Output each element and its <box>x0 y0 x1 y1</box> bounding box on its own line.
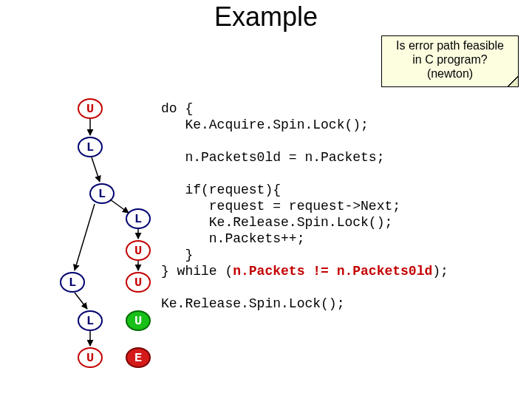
code-l7: request = request->Next; <box>161 199 400 214</box>
graph-node-l1: L <box>78 137 103 157</box>
graph-node-l2: L <box>89 183 115 204</box>
fold-corner-icon <box>508 76 518 86</box>
graph-node-u3: U <box>126 310 151 331</box>
note-line-2: in C program? <box>383 53 516 67</box>
svg-line-6 <box>75 293 87 309</box>
graph-node-u1: U <box>78 98 103 119</box>
graph-node-uw: U <box>126 272 151 293</box>
svg-line-2 <box>110 200 129 213</box>
code-l11c: ); <box>432 264 449 279</box>
note-line-3: (newton) <box>383 67 516 81</box>
code-l10: } <box>161 248 193 262</box>
code-l9: n.Packets++; <box>161 231 304 246</box>
code-l1: do { <box>161 101 193 116</box>
code-l8: Ke.Release.Spin.Lock(); <box>161 215 392 230</box>
code-l4: n.Packets0ld = n.Packets; <box>161 150 384 165</box>
graph-node-ufinal: U <box>78 347 103 368</box>
code-block: do { Ke.Acquire.Spin.Lock(); n.Packets0l… <box>161 100 449 312</box>
svg-line-3 <box>75 204 95 270</box>
graph-node-l3: L <box>78 310 103 331</box>
code-l11b: n.Packets != n.Packets0ld <box>233 264 432 279</box>
svg-line-1 <box>92 157 100 182</box>
graph-node-linner: L <box>126 208 151 229</box>
graph-node-e: E <box>126 347 151 368</box>
code-l2: Ke.Acquire.Spin.Lock(); <box>161 117 369 132</box>
code-l11a: } while ( <box>161 264 233 279</box>
code-l13: Ke.Release.Spin.Lock(); <box>161 296 344 311</box>
page-title: Example <box>0 1 532 33</box>
code-l6: if(request){ <box>161 183 281 197</box>
graph-node-uinner: U <box>126 240 151 261</box>
note-line-1: Is error path feasible <box>383 39 516 53</box>
sticky-note: Is error path feasible in C program? (ne… <box>381 35 519 87</box>
graph-node-lbot: L <box>60 272 85 293</box>
